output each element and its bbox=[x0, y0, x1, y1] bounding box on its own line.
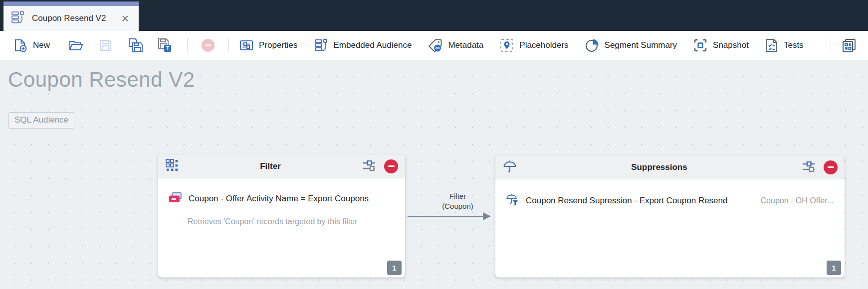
svg-text:</>: </> bbox=[435, 46, 440, 50]
save-button[interactable] bbox=[99, 38, 113, 52]
new-button-label: New bbox=[33, 40, 50, 50]
open-button[interactable] bbox=[68, 38, 84, 53]
tests-button[interactable]: Tests bbox=[765, 38, 804, 53]
minus-icon bbox=[828, 166, 834, 168]
umbrella-filter-icon bbox=[505, 193, 519, 209]
audience-icon bbox=[10, 10, 25, 27]
connector-arrowhead-icon bbox=[483, 212, 491, 220]
toolbar-right-group bbox=[824, 37, 857, 53]
tab-bar: Coupon Resend V2 ✕ bbox=[0, 0, 868, 31]
embedded-audience-button[interactable]: Embedded Audience bbox=[314, 38, 412, 53]
embedded-audience-label: Embedded Audience bbox=[334, 40, 412, 50]
snapshot-label: Snapshot bbox=[713, 40, 749, 50]
properties-label: Properties bbox=[259, 40, 297, 50]
remove-button[interactable] bbox=[201, 38, 216, 53]
segment-summary-button[interactable]: Segment Summary bbox=[585, 38, 677, 53]
filter-node-title: Filter bbox=[179, 161, 362, 171]
suppression-rule-text: Coupon Resend Supression - Export Coupon… bbox=[526, 196, 727, 206]
new-button[interactable]: New bbox=[13, 38, 50, 53]
tab-title: Coupon Resend V2 bbox=[32, 13, 119, 23]
suppressions-node-body: Coupon Resend Supression - Export Coupon… bbox=[495, 179, 845, 209]
connector-label-line2: (Coupon) bbox=[434, 201, 481, 211]
suppressions-count-badge: 1 bbox=[827, 261, 841, 275]
metadata-label: Metadata bbox=[448, 40, 483, 50]
filter-count-badge: 1 bbox=[387, 261, 402, 275]
app-window: Coupon Resend V2 ✕ New bbox=[0, 0, 868, 289]
snapshot-button[interactable]: Snapshot bbox=[693, 38, 749, 53]
tests-label: Tests bbox=[784, 40, 804, 50]
save-as-template-button[interactable]: T bbox=[157, 37, 173, 53]
umbrella-icon bbox=[502, 159, 517, 175]
workflow-canvas[interactable]: Coupon Resend V2 SQL Audience bbox=[0, 60, 868, 289]
segment-grid-icon bbox=[165, 158, 179, 174]
tab-close-icon[interactable]: ✕ bbox=[119, 13, 131, 24]
minus-icon bbox=[388, 165, 395, 167]
panels-layout-icon bbox=[841, 37, 857, 53]
remove-minus-icon bbox=[201, 38, 216, 53]
sql-audience-badge: SQL Audience bbox=[8, 112, 74, 129]
save-template-icon: T bbox=[157, 37, 173, 53]
filter-rule-text: Coupon - Offer Activity Name = Export Co… bbox=[189, 194, 369, 204]
filter-node[interactable]: Filter bbox=[158, 154, 405, 278]
main-toolbar: New bbox=[0, 31, 868, 60]
properties-icon bbox=[239, 38, 254, 53]
suppression-source-text: Coupon - OH Offer... bbox=[761, 196, 834, 205]
suppressions-node[interactable]: Suppressions bbox=[495, 155, 845, 278]
suppressions-node-header: Suppressions bbox=[495, 155, 845, 179]
pie-chart-icon bbox=[585, 38, 600, 53]
tab-active-accent bbox=[3, 1, 139, 6]
metadata-button[interactable]: </> Metadata bbox=[428, 38, 483, 53]
filter-node-header: Filter bbox=[158, 154, 405, 178]
node-settings-sliders-icon[interactable] bbox=[362, 159, 377, 174]
toolbar-divider bbox=[228, 38, 229, 52]
connector-line bbox=[408, 216, 486, 217]
filter-description-text: Retrieves 'Coupon' records targeted by t… bbox=[188, 217, 394, 226]
embedded-audience-icon bbox=[314, 38, 329, 53]
filter-node-remove-button[interactable] bbox=[384, 159, 398, 173]
save-as-icon bbox=[128, 37, 144, 53]
filter-node-body: Coupon - Offer Activity Name = Export Co… bbox=[158, 178, 405, 226]
suppressions-node-remove-button[interactable] bbox=[824, 160, 838, 174]
tab-coupon-resend-v2[interactable]: Coupon Resend V2 ✕ bbox=[3, 1, 139, 31]
save-as-button[interactable] bbox=[128, 37, 144, 53]
open-folder-icon bbox=[68, 38, 84, 53]
save-icon bbox=[99, 38, 113, 52]
connector-label: Filter (Coupon) bbox=[434, 191, 481, 211]
connector-label-line1: Filter bbox=[434, 191, 481, 201]
tests-checklist-icon bbox=[765, 38, 779, 53]
snapshot-icon bbox=[693, 38, 708, 53]
new-document-icon bbox=[13, 38, 28, 53]
panels-layout-button[interactable] bbox=[841, 37, 857, 53]
toolbar-divider bbox=[831, 38, 831, 52]
svg-text:T: T bbox=[166, 45, 170, 51]
node-settings-sliders-icon[interactable] bbox=[801, 160, 816, 175]
toolbar-divider bbox=[187, 38, 188, 52]
properties-button[interactable]: Properties bbox=[239, 38, 297, 53]
coupon-card-icon bbox=[168, 192, 182, 206]
suppressions-node-title: Suppressions bbox=[517, 162, 801, 172]
placeholders-label: Placeholders bbox=[519, 40, 568, 50]
page-title: Coupon Resend V2 bbox=[8, 68, 195, 92]
segment-summary-label: Segment Summary bbox=[605, 40, 677, 50]
placeholders-button[interactable]: Placeholders bbox=[499, 38, 568, 53]
metadata-tag-icon: </> bbox=[428, 38, 443, 53]
placeholders-pin-icon bbox=[499, 38, 514, 53]
